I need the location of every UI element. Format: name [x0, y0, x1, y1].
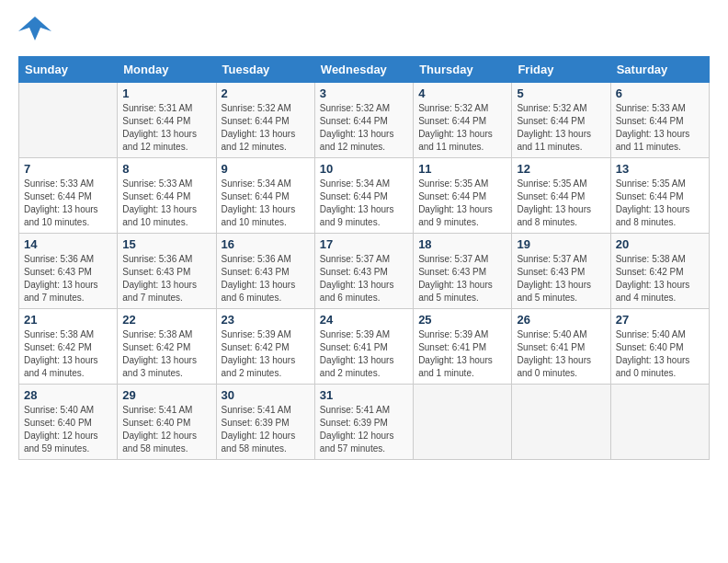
day-info: Sunrise: 5:32 AM Sunset: 6:44 PM Dayligh… — [320, 102, 408, 154]
day-info: Sunrise: 5:41 AM Sunset: 6:40 PM Dayligh… — [122, 404, 210, 455]
day-number: 5 — [517, 86, 605, 100]
header-day-saturday: Saturday — [610, 57, 709, 83]
day-info: Sunrise: 5:32 AM Sunset: 6:44 PM Dayligh… — [418, 102, 506, 154]
day-number: 1 — [122, 86, 210, 100]
day-number: 10 — [320, 162, 408, 176]
day-info: Sunrise: 5:41 AM Sunset: 6:39 PM Dayligh… — [222, 404, 310, 455]
calendar-cell: 14Sunrise: 5:36 AM Sunset: 6:43 PM Dayli… — [19, 234, 118, 309]
day-info: Sunrise: 5:34 AM Sunset: 6:44 PM Dayligh… — [222, 178, 310, 229]
header-day-monday: Monday — [118, 57, 216, 83]
calendar-week-row: 21Sunrise: 5:38 AM Sunset: 6:42 PM Dayli… — [19, 309, 710, 385]
calendar-cell: 16Sunrise: 5:36 AM Sunset: 6:43 PM Dayli… — [216, 234, 314, 309]
day-number: 31 — [320, 388, 408, 402]
calendar-cell — [512, 385, 610, 460]
calendar-cell: 29Sunrise: 5:41 AM Sunset: 6:40 PM Dayli… — [118, 385, 216, 460]
day-number: 20 — [616, 237, 704, 251]
calendar-cell: 9Sunrise: 5:34 AM Sunset: 6:44 PM Daylig… — [216, 158, 314, 234]
calendar-cell: 8Sunrise: 5:33 AM Sunset: 6:44 PM Daylig… — [118, 158, 216, 234]
calendar-cell: 4Sunrise: 5:32 AM Sunset: 6:44 PM Daylig… — [414, 83, 512, 158]
calendar-cell: 24Sunrise: 5:39 AM Sunset: 6:41 PM Dayli… — [314, 309, 413, 385]
calendar-cell: 15Sunrise: 5:36 AM Sunset: 6:43 PM Dayli… — [118, 234, 216, 309]
day-number: 15 — [122, 237, 210, 251]
day-number: 25 — [418, 313, 506, 327]
day-number: 11 — [418, 162, 506, 176]
day-info: Sunrise: 5:39 AM Sunset: 6:42 PM Dayligh… — [222, 328, 310, 380]
day-number: 30 — [222, 388, 310, 402]
calendar-cell: 17Sunrise: 5:37 AM Sunset: 6:43 PM Dayli… — [314, 234, 413, 309]
calendar-cell: 11Sunrise: 5:35 AM Sunset: 6:44 PM Dayli… — [414, 158, 512, 234]
calendar-cell: 2Sunrise: 5:32 AM Sunset: 6:44 PM Daylig… — [216, 83, 314, 158]
day-info: Sunrise: 5:33 AM Sunset: 6:44 PM Dayligh… — [24, 178, 112, 229]
day-info: Sunrise: 5:31 AM Sunset: 6:44 PM Dayligh… — [122, 102, 210, 154]
day-number: 26 — [517, 313, 605, 327]
day-info: Sunrise: 5:32 AM Sunset: 6:44 PM Dayligh… — [222, 102, 310, 154]
day-number: 9 — [222, 162, 310, 176]
day-number: 27 — [616, 313, 704, 327]
calendar-cell: 5Sunrise: 5:32 AM Sunset: 6:44 PM Daylig… — [512, 83, 610, 158]
day-number: 18 — [418, 237, 506, 251]
day-number: 28 — [24, 388, 112, 402]
calendar-cell: 7Sunrise: 5:33 AM Sunset: 6:44 PM Daylig… — [19, 158, 118, 234]
day-number: 22 — [122, 313, 210, 327]
calendar-cell: 22Sunrise: 5:38 AM Sunset: 6:42 PM Dayli… — [118, 309, 216, 385]
header — [18, 15, 710, 49]
calendar-cell: 6Sunrise: 5:33 AM Sunset: 6:44 PM Daylig… — [610, 83, 709, 158]
calendar-cell: 27Sunrise: 5:40 AM Sunset: 6:40 PM Dayli… — [610, 309, 709, 385]
calendar-cell: 18Sunrise: 5:37 AM Sunset: 6:43 PM Dayli… — [414, 234, 512, 309]
header-day-thursday: Thursday — [414, 57, 512, 83]
day-number: 24 — [320, 313, 408, 327]
day-info: Sunrise: 5:33 AM Sunset: 6:44 PM Dayligh… — [122, 178, 210, 229]
day-info: Sunrise: 5:39 AM Sunset: 6:41 PM Dayligh… — [418, 328, 506, 380]
calendar-cell: 28Sunrise: 5:40 AM Sunset: 6:40 PM Dayli… — [19, 385, 118, 460]
day-info: Sunrise: 5:36 AM Sunset: 6:43 PM Dayligh… — [122, 253, 210, 304]
calendar-cell: 23Sunrise: 5:39 AM Sunset: 6:42 PM Dayli… — [216, 309, 314, 385]
calendar-cell: 13Sunrise: 5:35 AM Sunset: 6:44 PM Dayli… — [610, 158, 709, 234]
calendar-cell: 21Sunrise: 5:38 AM Sunset: 6:42 PM Dayli… — [19, 309, 118, 385]
calendar-cell: 30Sunrise: 5:41 AM Sunset: 6:39 PM Dayli… — [216, 385, 314, 460]
day-number: 19 — [517, 237, 605, 251]
day-number: 3 — [320, 86, 408, 100]
day-info: Sunrise: 5:41 AM Sunset: 6:39 PM Dayligh… — [320, 404, 408, 455]
calendar-cell: 26Sunrise: 5:40 AM Sunset: 6:41 PM Dayli… — [512, 309, 610, 385]
day-number: 8 — [122, 162, 210, 176]
logo-bird-icon — [18, 15, 51, 49]
calendar-cell: 3Sunrise: 5:32 AM Sunset: 6:44 PM Daylig… — [314, 83, 413, 158]
day-info: Sunrise: 5:33 AM Sunset: 6:44 PM Dayligh… — [616, 102, 704, 154]
calendar-cell: 25Sunrise: 5:39 AM Sunset: 6:41 PM Dayli… — [414, 309, 512, 385]
day-number: 13 — [616, 162, 704, 176]
day-info: Sunrise: 5:39 AM Sunset: 6:41 PM Dayligh… — [320, 328, 408, 380]
calendar-cell — [610, 385, 709, 460]
day-info: Sunrise: 5:40 AM Sunset: 6:40 PM Dayligh… — [616, 328, 704, 380]
svg-marker-0 — [18, 17, 51, 40]
header-day-sunday: Sunday — [19, 57, 118, 83]
calendar-cell — [414, 385, 512, 460]
day-info: Sunrise: 5:36 AM Sunset: 6:43 PM Dayligh… — [222, 253, 310, 304]
calendar-week-row: 14Sunrise: 5:36 AM Sunset: 6:43 PM Dayli… — [19, 234, 710, 309]
day-number: 6 — [616, 86, 704, 100]
day-info: Sunrise: 5:32 AM Sunset: 6:44 PM Dayligh… — [517, 102, 605, 154]
day-info: Sunrise: 5:38 AM Sunset: 6:42 PM Dayligh… — [24, 328, 112, 380]
day-info: Sunrise: 5:34 AM Sunset: 6:44 PM Dayligh… — [320, 178, 408, 229]
day-info: Sunrise: 5:37 AM Sunset: 6:43 PM Dayligh… — [320, 253, 408, 304]
day-info: Sunrise: 5:35 AM Sunset: 6:44 PM Dayligh… — [616, 178, 704, 229]
header-day-friday: Friday — [512, 57, 610, 83]
calendar-header-row: SundayMondayTuesdayWednesdayThursdayFrid… — [19, 57, 710, 83]
header-day-tuesday: Tuesday — [216, 57, 314, 83]
day-number: 17 — [320, 237, 408, 251]
day-number: 7 — [24, 162, 112, 176]
calendar-cell: 12Sunrise: 5:35 AM Sunset: 6:44 PM Dayli… — [512, 158, 610, 234]
day-info: Sunrise: 5:40 AM Sunset: 6:41 PM Dayligh… — [517, 328, 605, 380]
calendar-table: SundayMondayTuesdayWednesdayThursdayFrid… — [18, 56, 710, 460]
calendar-week-row: 7Sunrise: 5:33 AM Sunset: 6:44 PM Daylig… — [19, 158, 710, 234]
day-info: Sunrise: 5:40 AM Sunset: 6:40 PM Dayligh… — [24, 404, 112, 455]
calendar-cell: 1Sunrise: 5:31 AM Sunset: 6:44 PM Daylig… — [118, 83, 216, 158]
header-day-wednesday: Wednesday — [314, 57, 413, 83]
day-number: 23 — [222, 313, 310, 327]
calendar-cell: 20Sunrise: 5:38 AM Sunset: 6:42 PM Dayli… — [610, 234, 709, 309]
day-number: 14 — [24, 237, 112, 251]
calendar-week-row: 28Sunrise: 5:40 AM Sunset: 6:40 PM Dayli… — [19, 385, 710, 460]
day-info: Sunrise: 5:35 AM Sunset: 6:44 PM Dayligh… — [517, 178, 605, 229]
logo — [18, 15, 55, 49]
day-info: Sunrise: 5:38 AM Sunset: 6:42 PM Dayligh… — [122, 328, 210, 380]
calendar-cell: 31Sunrise: 5:41 AM Sunset: 6:39 PM Dayli… — [314, 385, 413, 460]
